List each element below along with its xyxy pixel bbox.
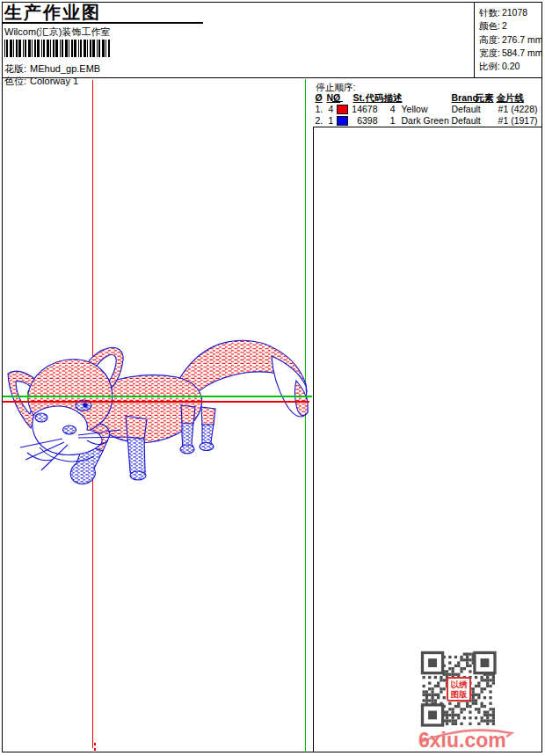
thread-brand: Default (452, 115, 481, 126)
embroidery-design-fox (6, 337, 314, 491)
width-row: 宽度:584.7 mm (479, 47, 541, 60)
studio-name: Wilcom(汇京)装饰工作室 (4, 26, 541, 37)
col-swatch (332, 92, 343, 102)
design-file-field: 花版:MEhud_gp.EMB (4, 63, 541, 75)
fox-eye-left (35, 413, 47, 422)
page-title: 生产作业图 (3, 3, 203, 24)
fox-front-leg2 (126, 416, 147, 439)
qr-code: 以绣图版 (420, 651, 498, 728)
stop-sequence-row: 2. 1 6398 1 Dark Green Default #1 (1917) (313, 115, 542, 127)
thread-description: Yellow (402, 104, 428, 114)
fox-hind-leg2 (201, 407, 215, 425)
needle-number: 4 (329, 104, 334, 114)
stop-number: 1. (316, 104, 323, 114)
col-stitches: St. (353, 92, 365, 103)
thread-description: Dark Green (402, 115, 449, 126)
col-description: 描述 (384, 92, 403, 105)
start-point-horizontal-line (3, 396, 312, 397)
scale-row: 比例:0.20 (479, 60, 541, 73)
thread-code: 1 (380, 115, 396, 126)
element-info: #1 (4228) (489, 104, 538, 114)
end-point-dash (94, 743, 96, 745)
needle-number: 1 (329, 115, 334, 126)
thread-brand: Default (452, 104, 481, 114)
thread-code: 4 (380, 104, 396, 114)
worksheet-page: 生产作业图 Wilcom(汇京)装饰工作室 花版:MEhud_gp.EMB 色位… (2, 2, 542, 752)
color-count-row: 颜色:2 (479, 19, 541, 33)
svg-text:图版: 图版 (451, 689, 469, 699)
end-point-dash (94, 748, 96, 751)
barcode (4, 40, 113, 57)
stitch-count-row: 针数:21078 (479, 6, 541, 19)
col-element: 元素 (476, 92, 494, 105)
col-sequin: 金片线 (497, 92, 525, 105)
stitch-count: 14678 (345, 104, 378, 114)
element-info: #1 (1917) (489, 115, 538, 126)
watermark: 6xiu.com (415, 726, 517, 752)
start-point-tick (27, 391, 29, 401)
fox-hind-leg (181, 405, 195, 424)
end-point-horizontal-line (3, 401, 309, 403)
design-file-value: MEhud_gp.EMB (30, 63, 100, 74)
watermark-text: 6xiu.com (418, 729, 506, 752)
stitch-count: 6398 (345, 115, 378, 126)
fox-hind-paw2 (200, 442, 214, 450)
stop-sequence-header-row: Ø NØ St. 代码 描述 Brand 元素 金片线 (313, 92, 542, 104)
col-code: 代码 (366, 92, 384, 105)
fox-nose (63, 425, 76, 434)
stop-sequence-table: 停止顺序: Ø NØ St. 代码 描述 Brand 元素 金片线 1. 4 1… (313, 79, 542, 128)
design-canvas: 停止顺序: Ø NØ St. 代码 描述 Brand 元素 金片线 1. 4 1… (3, 79, 541, 752)
fox-front-paw2 (130, 471, 146, 480)
svg-text:以绣: 以绣 (451, 680, 469, 689)
col-stop: Ø (316, 92, 323, 103)
stop-sequence-row: 1. 4 14678 4 Yellow Default #1 (4228) (313, 104, 542, 115)
fox-pupil (84, 403, 87, 406)
header: 生产作业图 Wilcom(汇京)装饰工作室 花版:MEhud_gp.EMB 色位… (3, 3, 541, 78)
height-row: 高度:276.7 mm (479, 33, 541, 47)
design-info-panel: 针数:21078 颜色:2 高度:276.7 mm 宽度:584.7 mm 比例… (474, 3, 541, 78)
col-brand: Brand (452, 92, 478, 103)
design-file-label: 花版: (4, 63, 26, 74)
fox-hind-paw (180, 445, 194, 454)
stop-number: 2. (316, 115, 323, 126)
